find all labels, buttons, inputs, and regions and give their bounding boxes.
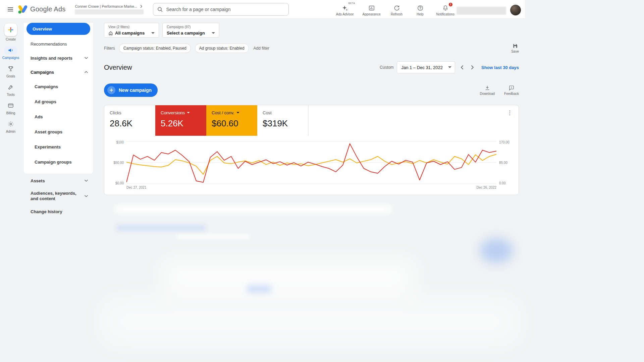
google-ads-app: Google Ads Conner Crowe | Performance Ma… <box>0 0 525 362</box>
metric-tabs: Clicks 28.6K Conversions 5.26K Cost / co… <box>104 105 519 136</box>
sidebar-item-overview[interactable]: Overview <box>26 23 90 35</box>
sidebar: Overview Recommendations Insights and re… <box>24 23 93 174</box>
sidebar-item-campaigns[interactable]: Campaigns <box>24 79 93 94</box>
filters-label: Filters <box>104 46 115 51</box>
filters-bar: Filters Campaign status: Enabled, Paused… <box>104 43 519 53</box>
recommendations-label: Recommendations <box>31 42 67 47</box>
rail-item-create[interactable]: Create <box>4 23 17 41</box>
insights-label: Insights and reports <box>31 56 72 61</box>
beta-badge: BETA <box>348 2 355 4</box>
main-content: View (2 filters) All campaigns Campaigns… <box>93 19 525 195</box>
sidebar-extra: Assets Audiences, keywords, and content … <box>24 174 93 219</box>
overview-performance-card: Clicks 28.6K Conversions 5.26K Cost / co… <box>104 105 519 195</box>
save-icon <box>512 43 518 49</box>
sidebar-item-asset-groups[interactable]: Asset groups <box>24 124 93 139</box>
sidebar-item-insights-and-reports[interactable]: Insights and reports <box>24 51 93 65</box>
topbar-actions: BETA Ads Advisor Appearance Refresh Help… <box>336 3 454 16</box>
help-icon <box>417 5 424 11</box>
campaign-selector[interactable]: Campaigns (97) Select a campaign <box>162 23 219 38</box>
google-ads-logo[interactable]: Google Ads <box>18 5 65 14</box>
ads-advisor-button[interactable]: BETA Ads Advisor <box>336 5 354 16</box>
metric-cost-per-conv[interactable]: Cost / conv. $60.60 <box>206 105 257 136</box>
multicolor-plus-icon <box>7 26 14 33</box>
hamburger-icon <box>7 6 13 12</box>
new-campaign-button[interactable]: New campaign <box>104 83 158 97</box>
search-bar <box>153 3 289 16</box>
save-button[interactable]: Save <box>511 43 519 53</box>
next-period-button[interactable] <box>469 64 476 71</box>
view-selector[interactable]: View (2 filters) All campaigns <box>104 23 159 38</box>
download-label: Download <box>480 92 495 96</box>
right-axis: 170.00 85.00 0.00 <box>496 141 517 184</box>
google-ads-logo-icon <box>18 5 28 14</box>
show-last-30-days-link[interactable]: Show last 30 days <box>481 65 519 70</box>
refresh-button[interactable]: Refresh <box>389 5 404 16</box>
sidebar-item-ad-groups[interactable]: Ad groups <box>24 94 93 109</box>
rail-item-goals[interactable]: Goals <box>4 64 17 78</box>
view-selector-value: All campaigns <box>115 31 145 36</box>
rail-item-admin[interactable]: Admin <box>4 120 17 133</box>
ads-advisor-label: Ads Advisor <box>336 12 354 16</box>
filter-chip-campaign-status[interactable]: Campaign status: Enabled, Paused <box>119 44 191 53</box>
caret-down-icon <box>212 32 215 34</box>
left-tick-top: $100 <box>116 140 124 144</box>
appearance-button[interactable]: Appearance <box>363 5 381 16</box>
x-tick-start: Dec 27, 2021 <box>126 186 147 189</box>
notifications-badge: ! <box>448 2 453 7</box>
sidebar-item-experiments[interactable]: Experiments <box>24 139 93 155</box>
refresh-label: Refresh <box>391 12 402 16</box>
date-controls: Custom Jan 1 – Dec 31, 2022 Show last 30… <box>380 61 519 73</box>
search-input[interactable] <box>165 6 284 12</box>
page-title: Overview <box>104 64 132 71</box>
change-history-label: Change history <box>31 209 62 214</box>
feedback-button[interactable]: Feedback <box>504 85 519 96</box>
add-filter-button[interactable]: Add filter <box>254 46 269 51</box>
right-tick-bottom: 0.00 <box>499 181 505 185</box>
avatar[interactable] <box>510 5 521 15</box>
download-button[interactable]: Download <box>480 85 495 96</box>
appearance-icon <box>368 5 375 11</box>
metric-cost-per-conv-label: Cost / conv. <box>212 110 234 115</box>
rail-admin-label: Admin <box>6 130 15 133</box>
rail-item-campaigns[interactable]: Campaigns <box>2 46 19 60</box>
view-selector-label: View (2 filters) <box>108 25 155 29</box>
help-button[interactable]: Help <box>413 5 428 16</box>
sidebar-item-campaign-groups[interactable]: Campaign groups <box>24 155 93 170</box>
chevron-down-icon <box>84 195 88 197</box>
campaign-selector-value: Select a campaign <box>167 31 205 36</box>
metric-cost[interactable]: Cost $319K <box>257 105 308 136</box>
sidebar-item-recommendations[interactable]: Recommendations <box>24 37 93 51</box>
actions-bar: New campaign Download Feedback <box>104 83 519 97</box>
app-shell: Create Campaigns Goals Tools <box>0 19 525 362</box>
sidebar-item-assets[interactable]: Assets <box>24 174 93 188</box>
rail-create-label: Create <box>6 38 16 41</box>
card-overflow-menu[interactable]: ⋮ <box>505 109 514 117</box>
ads-advisor-icon <box>341 5 348 11</box>
page-header: Overview Custom Jan 1 – Dec 31, 2022 Sho… <box>104 61 519 73</box>
previous-period-button[interactable] <box>459 64 466 71</box>
assets-label: Assets <box>31 178 45 183</box>
campaigns-sub-label: Campaigns <box>35 84 58 89</box>
campaign-groups-label: Campaign groups <box>35 160 72 165</box>
metric-conversions[interactable]: Conversions 5.26K <box>155 105 206 136</box>
sidebar-item-ads[interactable]: Ads <box>24 109 93 124</box>
tools-wrench-icon <box>7 84 14 90</box>
x-tick-end: Dec 26, 2022 <box>477 186 497 189</box>
metric-clicks-label: Clicks <box>110 110 150 115</box>
date-range-value: Jan 1 – Dec 31, 2022 <box>401 65 443 70</box>
feedback-icon <box>508 85 515 91</box>
account-breadcrumb[interactable]: Conner Crowe | Performance Marke... <box>75 4 144 8</box>
plus-icon <box>107 86 115 94</box>
rail-item-tools[interactable]: Tools <box>4 83 17 97</box>
main-menu-button[interactable] <box>5 4 16 15</box>
x-axis: Dec 27, 2021 Dec 26, 2022 <box>106 186 517 189</box>
metric-clicks[interactable]: Clicks 28.6K <box>104 105 155 136</box>
rail-item-billing[interactable]: Billing <box>4 101 17 115</box>
sidebar-item-audiences-keywords-content[interactable]: Audiences, keywords, and content <box>24 188 93 205</box>
filter-chip-ad-group-status[interactable]: Ad group status: Enabled <box>195 44 249 53</box>
sidebar-item-campaigns-section[interactable]: Campaigns <box>24 65 93 79</box>
right-tick-top: 170.00 <box>499 140 509 144</box>
notifications-button[interactable]: ! Notifications <box>436 5 454 16</box>
sidebar-item-change-history[interactable]: Change history <box>24 205 93 219</box>
date-range-picker[interactable]: Jan 1 – Dec 31, 2022 <box>397 61 455 73</box>
